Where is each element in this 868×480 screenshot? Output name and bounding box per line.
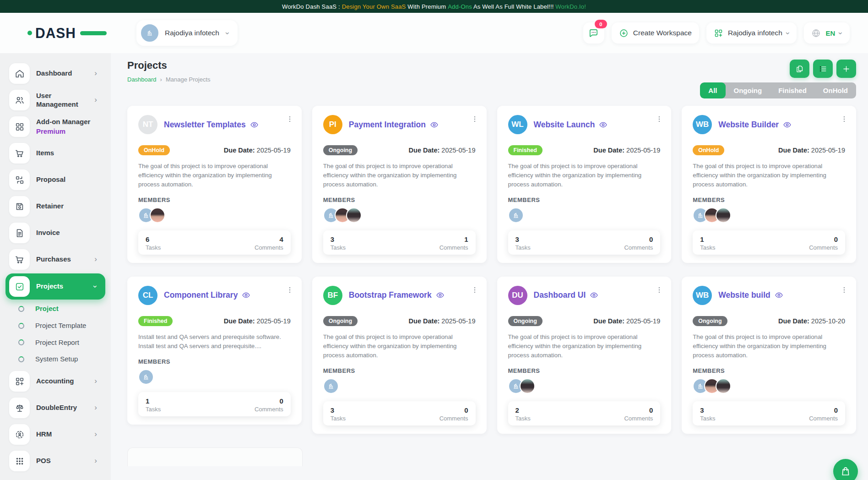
sidebar-item[interactable]: Add-on Manager Premium (5, 114, 105, 139)
sidebar-item[interactable]: POS (5, 448, 105, 474)
sidebar-item[interactable]: Items (5, 141, 105, 166)
member-photo-2 (520, 378, 535, 394)
filter-tab[interactable]: Ongoing (726, 82, 770, 98)
status-filter-group: AllOngoingFinishedOnHold (700, 82, 856, 98)
logo-dot-icon (27, 31, 32, 35)
card-menu-button[interactable] (654, 284, 665, 296)
globe-icon (811, 28, 821, 38)
eye-icon (250, 120, 259, 129)
project-description: The goal of this project is to improve o… (138, 162, 291, 189)
card-menu-button[interactable] (469, 113, 480, 125)
chevron-icon (94, 457, 97, 464)
eye-icon (590, 291, 598, 300)
sidebar-item-label: Proposal (36, 175, 65, 184)
comments-count: 1 (464, 235, 468, 243)
project-avatar: BF (323, 286, 342, 305)
sidebar-item[interactable]: Purchases (5, 247, 105, 272)
filter-tab[interactable]: OnHold (815, 82, 856, 98)
app-header: DASH Rajodiya infotech 0 Create Workspac… (0, 13, 868, 53)
due-date: Due Date: 2025-05-19 (593, 147, 660, 154)
project-card: BF Bootstrap Framework Ongoing Due Date:… (312, 277, 487, 434)
card-menu-button[interactable] (839, 113, 850, 125)
projects-grid: NT Newsletter Templates OnHold Due Date:… (127, 106, 856, 434)
project-title-link[interactable]: Website build (718, 290, 783, 300)
language-select[interactable]: EN (804, 22, 850, 44)
sidebar-item[interactable]: Dashboard (5, 61, 105, 86)
kebab-icon (286, 286, 294, 294)
sidebar-item[interactable]: DoubleEntry (5, 395, 105, 420)
language-code: EN (825, 29, 835, 37)
tasks-count: 3 (331, 406, 346, 414)
breadcrumb-separator-icon (160, 76, 162, 83)
sidebar-item-label: POS (36, 457, 51, 465)
project-card: DU Dashboard UI Ongoing Due Date: 2025-0… (497, 277, 672, 434)
sidebar-item[interactable]: Accounting (5, 369, 105, 394)
card-menu-button[interactable] (284, 113, 295, 125)
card-menu-button[interactable] (654, 113, 665, 125)
comments-count: 0 (649, 235, 653, 243)
card-menu-button[interactable] (839, 284, 850, 296)
project-title-link[interactable]: Payment Integration (349, 120, 439, 130)
sidebar-item[interactable]: Project Template (12, 318, 105, 334)
chevron-icon (92, 285, 100, 288)
workspace-pill[interactable]: Rajodiya infotech (136, 20, 238, 46)
filter-tab[interactable]: Finished (770, 82, 815, 98)
tasks-count: 3 (331, 235, 346, 243)
card-menu-button[interactable] (469, 284, 480, 296)
sidebar-item[interactable]: System Setup (12, 351, 105, 367)
sidebar-item[interactable]: Project Report (12, 335, 105, 351)
project-title-link[interactable]: Newsletter Templates (164, 120, 259, 130)
workspace-select[interactable]: Rajodiya infotech (706, 22, 797, 44)
kebab-icon (840, 286, 848, 294)
page-title: Projects (127, 60, 211, 71)
template-button[interactable] (790, 60, 809, 78)
add-project-button[interactable] (836, 60, 856, 78)
store-fab-button[interactable] (833, 459, 858, 480)
breadcrumb-link[interactable]: Dashboard (127, 76, 157, 83)
create-workspace-button[interactable]: Create Workspace (612, 22, 699, 44)
due-date: Due Date: 2025-05-19 (593, 317, 660, 325)
filter-tab[interactable]: All (700, 82, 725, 98)
sidebar-item[interactable]: Project (12, 301, 105, 317)
members-label: MEMBERS (508, 367, 661, 374)
comments-count: 4 (279, 235, 283, 243)
bullet-icon (18, 306, 24, 312)
sidebar-item[interactable]: Invoice (5, 220, 105, 245)
eye-icon (430, 120, 439, 129)
list-icon (819, 65, 827, 73)
project-description: The goal of this project is to improve o… (323, 333, 476, 360)
sidebar-item[interactable]: Retainer (5, 194, 105, 219)
sidebar-item-icon (9, 451, 30, 471)
chevron-down-icon (224, 32, 232, 34)
project-title-link[interactable]: Dashboard UI (534, 290, 599, 300)
project-card: CL Component Library Finished Due Date: … (127, 277, 302, 425)
project-title-link[interactable]: Component Library (164, 290, 250, 300)
project-title-link[interactable]: Website Launch (534, 120, 608, 130)
sidebar-item[interactable]: HRM (5, 422, 105, 447)
project-avatar: WB (693, 286, 712, 305)
due-date: Due Date: 2025-05-19 (224, 317, 291, 325)
project-title-link[interactable]: Bootstrap Framework (349, 290, 445, 300)
promo-banner-segment: WorkDo Dash SaaS : (282, 3, 342, 10)
promo-banner-segment: As Well As Full White Label!!! (472, 3, 555, 10)
project-stats: 1 Tasks 0 Comments (138, 392, 291, 416)
sidebar-item-icon (9, 223, 30, 243)
list-view-button[interactable] (813, 60, 833, 78)
chevron-down-icon (837, 32, 845, 34)
status-badge: Ongoing (323, 145, 358, 155)
status-badge: Ongoing (693, 316, 727, 326)
members-label: MEMBERS (323, 367, 476, 374)
card-menu-button[interactable] (284, 284, 295, 296)
shopping-bag-icon (840, 466, 851, 477)
messages-button[interactable]: 0 (583, 22, 604, 44)
project-card: WL Website Launch Finished Due Date: 202… (497, 106, 672, 263)
sidebar-item-label: System Setup (35, 355, 78, 364)
sidebar-item-icon (9, 90, 30, 110)
project-title-link[interactable]: Website Builder (718, 120, 792, 130)
sidebar-item[interactable]: User Management (5, 87, 105, 113)
sidebar-item[interactable]: Proposal (5, 167, 105, 192)
sidebar-item-label: HRM (36, 430, 52, 439)
project-card: PI Payment Integration Ongoing Due Date:… (312, 106, 487, 263)
sidebar-item[interactable]: Projects (5, 273, 105, 300)
sidebar-item-label: Project Report (35, 338, 79, 347)
